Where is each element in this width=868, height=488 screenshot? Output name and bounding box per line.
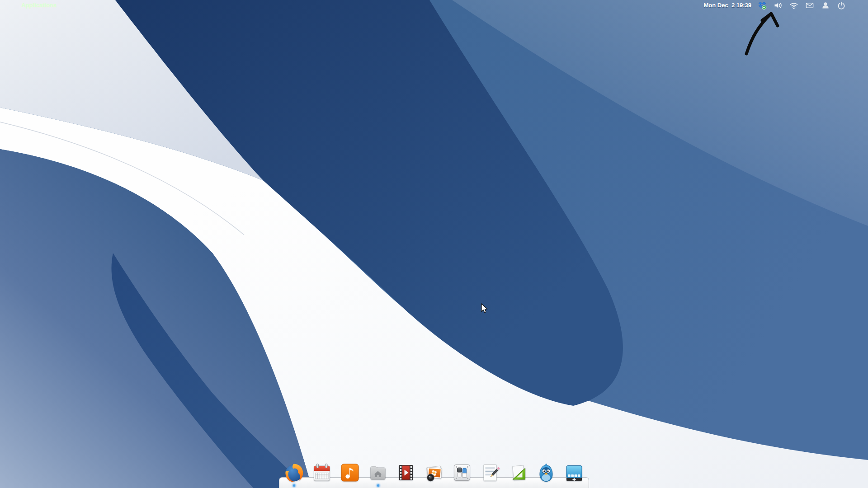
music-icon [339,462,361,483]
dock-item-firefox[interactable] [283,462,305,483]
system-tray [758,0,846,11]
power-icon[interactable] [837,1,846,10]
top-panel: Applications Mon Dec 2 19:39 [0,0,868,11]
settings-icon [451,462,473,483]
panel-clock[interactable]: Mon Dec 2 19:39 [704,0,752,11]
text-editor-icon [479,462,501,483]
dock-item-draw[interactable] [507,462,529,483]
applications-menu-button[interactable]: Applications [21,0,57,11]
workspaces-icon [563,462,585,483]
dock-item-music[interactable] [339,462,361,483]
dock-item-settings[interactable] [451,462,473,483]
dock-item-calendar[interactable] [311,462,333,483]
dock-running-dot [293,484,295,487]
desktop: Applications Mon Dec 2 19:39 [0,0,868,488]
dock-item-workspaces[interactable] [563,462,585,483]
set-square-icon [507,462,529,483]
dock-running-dot [377,484,379,487]
dock-item-birdie[interactable] [535,462,557,483]
dock-item-videos[interactable] [395,462,417,483]
dock-icon-row [283,462,585,483]
user-icon[interactable] [821,1,830,10]
videos-icon [395,462,417,483]
photos-icon [423,462,445,483]
volume-icon[interactable] [774,1,783,10]
wallpaper [0,0,868,488]
calendar-icon [311,462,333,483]
dock-item-photos[interactable] [423,462,445,483]
files-icon [367,462,389,483]
mail-icon[interactable] [805,1,814,10]
wifi-icon[interactable] [789,1,798,10]
dock-item-files[interactable] [367,462,389,483]
dropbox-status-icon[interactable] [758,1,767,10]
firefox-icon [283,462,305,483]
bird-icon [535,462,557,483]
dock-item-text-editor[interactable] [479,462,501,483]
